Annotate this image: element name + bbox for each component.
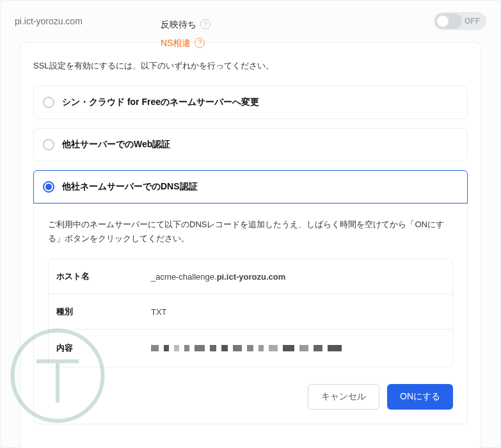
dns-row-type: 種別 TXT (49, 294, 452, 330)
dns-label-host: ホスト名 (49, 259, 151, 294)
option-label: 他社ネームサーバーでのDNS認証 (62, 181, 198, 193)
status-ns-text: NS相違 (161, 35, 191, 52)
redacted-blocks (151, 341, 445, 355)
dns-auth-details: ご利用中のネームサーバーにて以下のDNSレコードを追加したうえ、しばらく時間を空… (33, 204, 468, 424)
option-web-auth[interactable]: 他社サーバーでのWeb認証 (33, 128, 468, 161)
host-domain: pi.ict-yorozu.com (217, 272, 286, 282)
page-container: pi.ict-yorozu.com 反映待ち ? NS相違 ? OFF SSL設… (0, 0, 501, 448)
toggle-switch[interactable]: OFF (434, 12, 486, 30)
host-prefix: _acme-challenge. (151, 272, 217, 282)
cancel-button[interactable]: キャンセル (308, 384, 379, 410)
radio-icon (43, 139, 54, 150)
help-icon[interactable]: ? (195, 38, 205, 48)
header-row: pi.ict-yorozu.com 反映待ち ? NS相違 ? OFF (1, 1, 500, 42)
option-label: 他社サーバーでのWeb認証 (62, 139, 170, 150)
help-icon[interactable]: ? (200, 19, 211, 29)
enable-button[interactable]: ONにする (387, 384, 453, 410)
option-dns-auth[interactable]: 他社ネームサーバーでのDNS認証 (33, 170, 468, 204)
button-row: キャンセル ONにする (48, 384, 453, 410)
toggle-group: OFF (434, 12, 486, 30)
dns-value-host: _acme-challenge.pi.ict-yorozu.com (151, 260, 452, 293)
toggle-knob (437, 15, 449, 27)
dns-row-content: 内容 (49, 330, 452, 367)
status-group: 反映待ち ? NS相違 ? (161, 16, 211, 51)
status-pending: 反映待ち ? (161, 16, 211, 33)
dns-instruction: ご利用中のネームサーバーにて以下のDNSレコードを追加したうえ、しばらく時間を空… (48, 218, 453, 246)
radio-icon-checked (43, 181, 54, 193)
dns-label-type: 種別 (49, 294, 151, 329)
status-pending-text: 反映待ち (161, 16, 196, 33)
dns-label-content: 内容 (49, 331, 151, 365)
status-ns-mismatch: NS相違 ? (161, 35, 211, 52)
dns-row-host: ホスト名 _acme-challenge.pi.ict-yorozu.com (49, 259, 452, 294)
dns-value-content-redacted (151, 330, 452, 367)
option-nameserver-change[interactable]: シン・クラウド for Freeのネームサーバーへ変更 (33, 86, 468, 119)
dns-record-table: ホスト名 _acme-challenge.pi.ict-yorozu.com 種… (48, 259, 453, 367)
ssl-panel: SSL設定を有効にするには、以下のいずれかを行ってください。 シン・クラウド f… (20, 42, 481, 448)
instruction-text: SSL設定を有効にするには、以下のいずれかを行ってください。 (33, 60, 468, 72)
toggle-label: OFF (462, 17, 485, 26)
radio-icon (43, 97, 54, 108)
domain-name: pi.ict-yorozu.com (15, 16, 83, 26)
option-label: シン・クラウド for Freeのネームサーバーへ変更 (62, 97, 259, 108)
dns-value-type: TXT (151, 296, 452, 328)
